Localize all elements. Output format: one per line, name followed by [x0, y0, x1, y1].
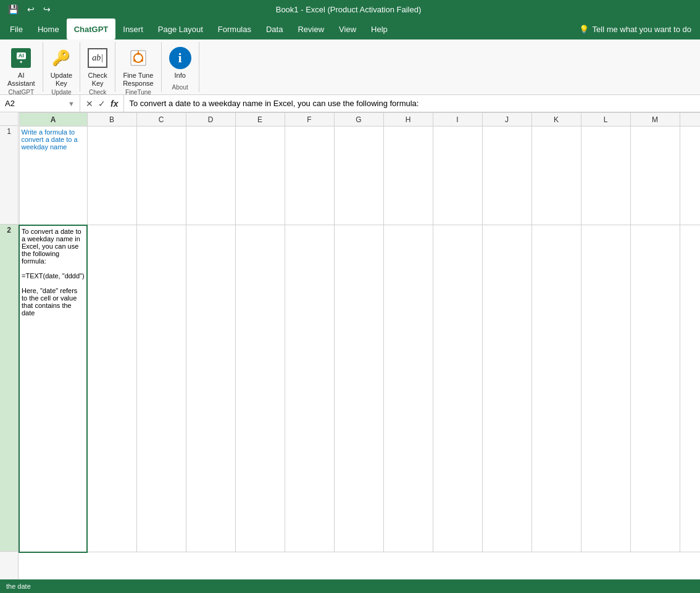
menu-review[interactable]: Review [290, 19, 331, 39]
menu-home[interactable]: Home [30, 19, 67, 39]
cell-a2[interactable]: To convert a date to a weekday name in E… [19, 225, 87, 552]
col-header-i[interactable]: I [433, 113, 482, 126]
cell-d1[interactable] [186, 126, 235, 225]
cell-g2[interactable] [334, 225, 383, 552]
menu-formulas[interactable]: Formulas [210, 19, 259, 39]
col-header-f[interactable]: F [285, 113, 334, 126]
cancel-formula-button[interactable]: ✕ [84, 99, 95, 109]
ribbon-group-about: i Info About [162, 42, 199, 92]
col-header-m[interactable]: M [630, 113, 680, 126]
menu-chatgpt[interactable]: ChatGPT [67, 19, 116, 39]
row-header-2: 2 [0, 225, 18, 552]
svg-point-4 [133, 59, 136, 62]
col-header-n[interactable]: N [680, 113, 700, 126]
finetune-icon [128, 46, 148, 70]
check-key-button[interactable]: ab| CheckKey [84, 43, 111, 89]
info-label: Info [174, 72, 185, 80]
grid-wrapper[interactable]: A B C D E F G H I J K L M N [19, 112, 700, 579]
cell-ref-dropdown-icon[interactable]: ▼ [68, 100, 75, 107]
confirm-formula-button[interactable]: ✓ [96, 99, 107, 109]
redo-icon[interactable]: ↪ [41, 4, 52, 14]
menu-file[interactable]: File [2, 19, 30, 39]
ribbon-group-update: 🔑 UpdateKey Update [43, 42, 80, 92]
menu-bar: File Home ChatGPT Insert Page Layout For… [0, 19, 700, 39]
svg-point-3 [141, 59, 143, 62]
cell-k1[interactable] [531, 126, 581, 225]
cell-j1[interactable] [482, 126, 531, 225]
ribbon: AI ✦ AIAssistant ChatGPT 🔑 UpdateKey Upd… [0, 39, 700, 95]
cell-f2[interactable] [285, 225, 334, 552]
cell-ref-value: A2 [5, 99, 15, 108]
cell-h1[interactable] [383, 126, 433, 225]
cell-b1[interactable] [87, 126, 136, 225]
ribbon-group-finetune-label: FineTune [119, 89, 157, 97]
cell-g1[interactable] [334, 126, 383, 225]
update-key-button[interactable]: 🔑 UpdateKey [47, 43, 76, 89]
col-header-e[interactable]: E [235, 113, 285, 126]
ribbon-search[interactable]: Tell me what you want to do [573, 19, 698, 39]
cell-b2[interactable] [87, 225, 136, 552]
menu-help[interactable]: Help [364, 19, 395, 39]
col-header-j[interactable]: J [482, 113, 531, 126]
table-row: To convert a date to a weekday name in E… [19, 225, 700, 552]
col-header-h[interactable]: H [383, 113, 433, 126]
col-header-k[interactable]: K [531, 113, 581, 126]
cell-n1[interactable] [680, 126, 700, 225]
menu-page-layout[interactable]: Page Layout [151, 19, 210, 39]
col-header-d[interactable]: D [186, 113, 235, 126]
cell-k2[interactable] [531, 225, 581, 552]
cell-e1[interactable] [235, 126, 285, 225]
cell-e2[interactable] [235, 225, 285, 552]
menu-data[interactable]: Data [259, 19, 290, 39]
cell-f1[interactable] [285, 126, 334, 225]
ribbon-group-about-label: About [165, 84, 195, 92]
title-bar: 💾 ↩ ↪ Book1 - Excel (Product Activation … [0, 0, 700, 19]
cell-l2[interactable] [581, 225, 630, 552]
spreadsheet-grid: A B C D E F G H I J K L M N [19, 112, 700, 553]
cell-n2[interactable] [680, 225, 700, 552]
row-numbers: 1 2 [0, 112, 19, 579]
col-header-l[interactable]: L [581, 113, 630, 126]
undo-icon[interactable]: ↩ [25, 4, 36, 14]
key-icon: 🔑 [51, 46, 71, 70]
info-button[interactable]: i Info [165, 43, 195, 81]
check-key-icon: ab| [88, 46, 107, 70]
cell-l1[interactable] [581, 126, 630, 225]
formula-content: To convert a date to a weekday name in E… [124, 99, 700, 108]
insert-function-button[interactable]: fx [109, 99, 120, 109]
ai-assistant-button[interactable]: AI ✦ AIAssistant [4, 43, 39, 89]
save-icon[interactable]: 💾 [6, 4, 20, 14]
fine-tune-response-button[interactable]: Fine TuneResponse [119, 43, 157, 89]
cell-j2[interactable] [482, 225, 531, 552]
formula-bar-buttons: ✕ ✓ fx [80, 95, 124, 112]
cell-a1[interactable]: Write a formula to convert a date to a w… [19, 126, 87, 225]
fine-tune-response-label: Fine TuneResponse [123, 72, 154, 88]
window-title: Book1 - Excel (Product Activation Failed… [52, 5, 644, 14]
row-col-corner [0, 112, 18, 126]
col-header-b[interactable]: B [87, 113, 136, 126]
ribbon-group-check: ab| CheckKey Check [80, 42, 115, 92]
cell-i1[interactable] [433, 126, 482, 225]
row-header-1: 1 [0, 126, 18, 225]
menu-insert[interactable]: Insert [115, 19, 151, 39]
cell-c1[interactable] [136, 126, 186, 225]
spreadsheet-area: 1 2 A [0, 112, 700, 579]
col-header-c[interactable]: C [136, 113, 186, 126]
cell-m2[interactable] [630, 225, 680, 552]
column-header-row: A B C D E F G H I J K L M N [19, 113, 700, 126]
table-row: Write a formula to convert a date to a w… [19, 126, 700, 225]
cell-h2[interactable] [383, 225, 433, 552]
menu-view[interactable]: View [331, 19, 364, 39]
ribbon-group-update-content: 🔑 UpdateKey [47, 43, 76, 89]
cell-d2[interactable] [186, 225, 235, 552]
cell-i2[interactable] [433, 225, 482, 552]
bulb-icon [579, 25, 589, 34]
cell-m1[interactable] [630, 126, 680, 225]
ai-assistant-label: AIAssistant [7, 72, 35, 88]
col-header-g[interactable]: G [334, 113, 383, 126]
cell-reference-box[interactable]: A2 ▼ [0, 95, 80, 112]
ribbon-group-chatgpt: AI ✦ AIAssistant ChatGPT [0, 42, 43, 92]
update-key-label: UpdateKey [51, 72, 72, 88]
col-header-a[interactable]: A [19, 113, 87, 126]
cell-c2[interactable] [136, 225, 186, 552]
